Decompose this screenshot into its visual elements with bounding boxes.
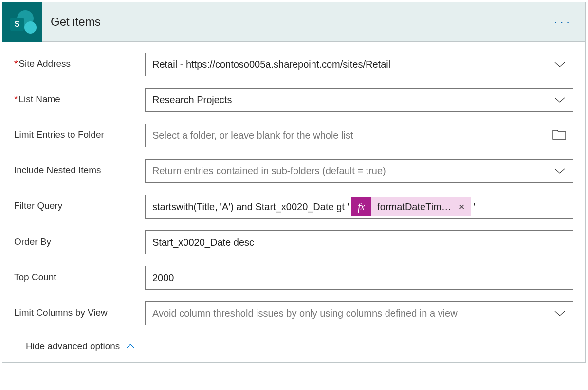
label-limit-columns: Limit Columns by View <box>14 301 145 318</box>
site-address-dropdown[interactable]: Retail - https://contoso005a.sharepoint.… <box>145 53 573 76</box>
order-by-value: Start_x0020_Date desc <box>152 237 566 248</box>
row-site-address: *Site Address Retail - https://contoso00… <box>14 53 573 76</box>
sharepoint-logo: S <box>2 2 42 42</box>
include-nested-dropdown[interactable]: Return entries contained in sub-folders … <box>145 159 573 183</box>
fx-icon: fx <box>351 197 371 216</box>
row-limit-folder: Limit Entries to Folder Select a folder,… <box>14 124 573 147</box>
limit-columns-dropdown[interactable]: Avoid column threshold issues by only us… <box>145 301 573 325</box>
required-asterisk: * <box>14 94 18 104</box>
expression-token-text: formatDateTim… <box>371 201 457 213</box>
required-asterisk: * <box>14 58 18 69</box>
row-top-count: Top Count 2000 <box>14 266 573 290</box>
chevron-up-icon <box>126 341 135 352</box>
sharepoint-logo-letter: S <box>10 18 24 31</box>
order-by-input[interactable]: Start_x0020_Date desc <box>145 230 573 254</box>
label-filter-query: Filter Query <box>14 195 145 211</box>
chevron-down-icon <box>553 94 566 106</box>
label-site-address: *Site Address <box>14 53 145 69</box>
row-filter-query: Filter Query startswith(Title, 'A') and … <box>14 195 573 219</box>
label-list-name: *List Name <box>14 88 145 105</box>
limit-folder-placeholder: Select a folder, or leave blank for the … <box>152 130 552 141</box>
list-name-dropdown[interactable]: Research Projects <box>145 88 573 112</box>
list-name-value: Research Projects <box>152 94 553 106</box>
expression-token[interactable]: fx formatDateTim… × <box>351 197 471 216</box>
limit-columns-placeholder: Avoid column threshold issues by only us… <box>152 308 553 319</box>
card-title: Get items <box>42 15 554 29</box>
label-limit-folder: Limit Entries to Folder <box>14 124 145 140</box>
chevron-down-icon <box>553 165 566 177</box>
filter-query-input[interactable]: startswith(Title, 'A') and Start_x0020_D… <box>145 195 573 219</box>
chevron-down-icon <box>553 307 566 320</box>
include-nested-placeholder: Return entries contained in sub-folders … <box>152 165 553 177</box>
site-address-value: Retail - https://contoso005a.sharepoint.… <box>152 59 553 70</box>
chevron-down-icon <box>553 58 566 71</box>
card-body: *Site Address Retail - https://contoso00… <box>2 42 585 362</box>
remove-token-button[interactable]: × <box>457 201 467 213</box>
folder-icon[interactable] <box>552 129 566 142</box>
advanced-toggle-label: Hide advanced options <box>26 341 120 352</box>
top-count-input[interactable]: 2000 <box>145 266 573 290</box>
top-count-value: 2000 <box>152 272 566 284</box>
hide-advanced-options-toggle[interactable]: Hide advanced options <box>14 341 573 352</box>
row-include-nested: Include Nested Items Return entries cont… <box>14 159 573 183</box>
label-include-nested: Include Nested Items <box>14 159 145 176</box>
label-order-by: Order By <box>14 230 145 247</box>
get-items-card: S Get items ··· *Site Address Retail - h… <box>2 2 586 363</box>
card-header: S Get items ··· <box>2 2 585 42</box>
row-limit-columns: Limit Columns by View Avoid column thres… <box>14 301 573 325</box>
filter-query-text-after: ' <box>473 201 475 213</box>
filter-query-text-before: startswith(Title, 'A') and Start_x0020_D… <box>152 201 349 213</box>
label-top-count: Top Count <box>14 266 145 283</box>
limit-folder-input[interactable]: Select a folder, or leave blank for the … <box>145 124 573 147</box>
row-order-by: Order By Start_x0020_Date desc <box>14 230 573 254</box>
row-list-name: *List Name Research Projects <box>14 88 573 112</box>
more-options-button[interactable]: ··· <box>554 15 585 29</box>
